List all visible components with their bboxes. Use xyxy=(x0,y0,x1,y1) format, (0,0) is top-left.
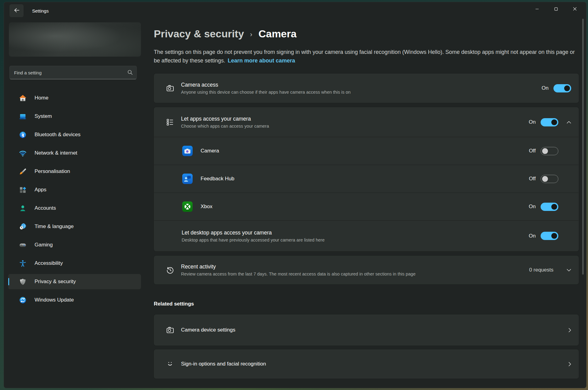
recent-activity-count: 0 requests xyxy=(529,267,553,273)
minimize-button[interactable] xyxy=(527,2,546,16)
setting-subtitle: Choose which apps can access your camera xyxy=(181,124,269,129)
let-apps-toggle[interactable] xyxy=(541,118,558,126)
camera-app-icon xyxy=(182,146,193,156)
gamepad-icon xyxy=(19,241,27,249)
app-row-xbox: Xbox On xyxy=(154,193,579,220)
sidebar-item-gaming[interactable]: Gaming xyxy=(8,237,141,253)
scrollbar[interactable] xyxy=(582,19,584,275)
navigate-button[interactable] xyxy=(558,362,571,366)
toggle-knob xyxy=(542,176,548,182)
back-button[interactable] xyxy=(9,4,24,17)
toggle-knob xyxy=(564,85,570,91)
setting-title: Recent activity xyxy=(181,264,416,270)
chevron-up-icon xyxy=(567,121,571,124)
toggle-state-label: On xyxy=(529,119,536,125)
learn-more-link[interactable]: Learn more about camera xyxy=(228,58,295,64)
breadcrumb: Privacy & security › Camera xyxy=(154,28,586,40)
sidebar-item-windows-update[interactable]: Windows Update xyxy=(8,292,141,308)
globe-clock-icon xyxy=(19,223,27,231)
toggle-knob xyxy=(551,119,557,125)
titlebar: Settings xyxy=(4,2,586,21)
sidebar-item-system[interactable]: System xyxy=(8,109,141,124)
sidebar-item-home[interactable]: Home xyxy=(8,90,141,106)
bluetooth-icon xyxy=(19,131,27,139)
accessibility-icon xyxy=(19,259,27,267)
search-icon xyxy=(128,70,133,76)
sidebar-item-label: Bluetooth & devices xyxy=(35,132,80,138)
apps-icon xyxy=(19,186,27,194)
sidebar-item-label: Accessibility xyxy=(35,260,63,266)
sidebar: Home System xyxy=(4,19,145,388)
related-item-label: Camera device settings xyxy=(181,327,235,333)
sidebar-item-accounts[interactable]: Accounts xyxy=(8,201,141,216)
toggle-state-label: On xyxy=(529,204,536,210)
search-box xyxy=(9,66,137,79)
setting-title: Let apps access your camera xyxy=(181,116,269,122)
sidebar-item-label: Time & language xyxy=(35,223,74,230)
user-account-card[interactable] xyxy=(9,22,141,57)
app-title: Settings xyxy=(32,8,49,13)
windows-update-icon xyxy=(19,296,27,304)
sign-in-options-row[interactable]: Sign-in options and facial recognition xyxy=(154,349,579,379)
camera-access-toggle[interactable] xyxy=(553,84,571,92)
window-controls xyxy=(527,2,584,16)
sidebar-item-bluetooth[interactable]: Bluetooth & devices xyxy=(8,127,141,142)
paintbrush-icon xyxy=(19,167,27,175)
setting-subtitle: Desktop apps that have previously access… xyxy=(182,238,324,242)
search-input[interactable] xyxy=(9,66,137,79)
app-name: Feedback Hub xyxy=(201,176,235,182)
sidebar-item-label: Privacy & security xyxy=(35,279,76,285)
sidebar-item-label: Apps xyxy=(35,187,46,193)
sidebar-item-label: Personalisation xyxy=(35,168,70,174)
settings-list: Camera access Anyone using this device c… xyxy=(154,73,579,379)
face-icon xyxy=(166,360,174,368)
sidebar-item-label: Network & internet xyxy=(35,150,77,156)
toggle-state-label: On xyxy=(529,233,536,239)
sidebar-item-personalisation[interactable]: Personalisation xyxy=(8,164,141,179)
page-title: Camera xyxy=(258,28,297,40)
expand-button[interactable] xyxy=(558,269,571,272)
sidebar-item-accessibility[interactable]: Accessibility xyxy=(8,256,141,271)
sidebar-item-label: System xyxy=(35,113,52,119)
camera-app-toggle[interactable] xyxy=(541,147,558,155)
related-item-label: Sign-in options and facial recognition xyxy=(181,361,266,367)
collapse-button[interactable] xyxy=(558,121,571,124)
sidebar-nav: Home System xyxy=(4,90,145,308)
setting-title: Let desktop apps access your camera xyxy=(182,230,324,236)
setting-subtitle: Anyone using this device can choose if t… xyxy=(181,90,351,95)
desktop-apps-toggle[interactable] xyxy=(541,232,558,240)
camera-outline-icon xyxy=(166,326,174,334)
maximize-button[interactable] xyxy=(546,2,565,16)
sidebar-item-time-language[interactable]: Time & language xyxy=(8,219,141,234)
sidebar-item-apps[interactable]: Apps xyxy=(8,182,141,197)
xbox-app-icon xyxy=(182,201,193,212)
sidebar-item-label: Home xyxy=(35,95,48,101)
page-description: The settings on this page do not prevent… xyxy=(154,48,575,65)
sidebar-item-label: Windows Update xyxy=(35,297,74,303)
feedback-hub-toggle[interactable] xyxy=(541,175,558,183)
app-name: Camera xyxy=(201,148,219,154)
recent-activity-row[interactable]: Recent activity Review camera access fro… xyxy=(154,256,579,284)
minimize-icon xyxy=(535,7,539,11)
desktop-apps-row: Let desktop apps access your camera Desk… xyxy=(154,220,579,251)
let-apps-row[interactable]: Let apps access your camera Choose which… xyxy=(154,107,579,137)
camera-device-settings-row[interactable]: Camera device settings xyxy=(154,314,579,346)
settings-window: Settings xyxy=(4,2,586,388)
breadcrumb-parent[interactable]: Privacy & security xyxy=(154,28,244,40)
app-name: Xbox xyxy=(201,204,213,210)
navigate-button[interactable] xyxy=(558,328,571,332)
description-text: The settings on this page do not prevent… xyxy=(154,49,575,64)
xbox-toggle[interactable] xyxy=(541,203,558,211)
close-button[interactable] xyxy=(565,2,584,16)
sidebar-item-network[interactable]: Network & internet xyxy=(8,145,141,161)
shield-icon xyxy=(19,278,27,286)
system-icon xyxy=(19,112,27,120)
app-row-camera: Camera Off xyxy=(154,137,579,165)
sidebar-item-privacy-security[interactable]: Privacy & security xyxy=(8,274,141,289)
home-icon xyxy=(19,94,27,102)
chevron-right-icon xyxy=(568,362,571,366)
breadcrumb-separator-icon: › xyxy=(250,31,252,39)
main-content: Privacy & security › Camera The settings… xyxy=(145,19,586,388)
toggle-knob xyxy=(542,148,548,154)
camera-outline-icon xyxy=(166,84,174,92)
